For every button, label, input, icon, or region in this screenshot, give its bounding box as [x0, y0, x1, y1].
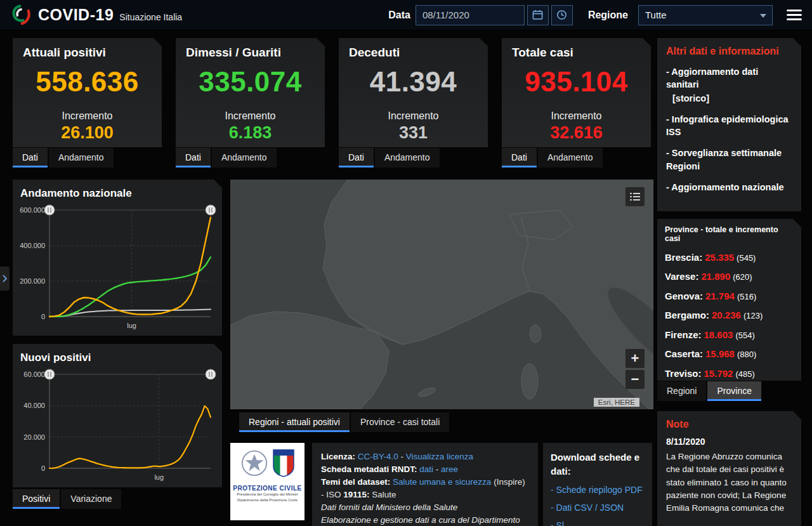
tab-andamento[interactable]: Andamento: [49, 148, 114, 168]
calendar-button[interactable]: [527, 5, 549, 25]
tab-andamento[interactable]: Andamento: [212, 148, 277, 168]
map-canvas[interactable]: + − Esri, HERE: [230, 180, 653, 409]
zoom-in-button[interactable]: +: [625, 349, 645, 368]
tab-province[interactable]: Province: [707, 381, 761, 401]
menu-button[interactable]: [787, 7, 802, 23]
protezione-civile-logo-icon: [10, 4, 32, 26]
tab-variazione[interactable]: Variazione: [61, 489, 121, 509]
card-value: 558.636: [23, 66, 152, 98]
dati-link[interactable]: dati: [419, 464, 433, 474]
altri-dati-panel: Altri dati e informazioni - Aggiornament…: [657, 38, 801, 211]
increment-label: Incremento: [349, 110, 478, 122]
tab-dati[interactable]: Dati: [176, 148, 211, 168]
province-row[interactable]: Varese:21.890(620): [665, 271, 794, 282]
salute-umana-link[interactable]: Salute umana e sicurezza: [393, 477, 491, 487]
cc-by-link[interactable]: CC-BY-4.0: [358, 452, 398, 461]
zoom-out-button[interactable]: −: [625, 370, 645, 389]
nuovi-positivi-chart[interactable]: 60.00040.00020.0000lug: [13, 365, 222, 487]
date-input[interactable]: [416, 5, 525, 25]
card-value: 335.074: [186, 66, 315, 98]
svg-text:400.000: 400.000: [20, 242, 45, 249]
province-row[interactable]: Firenze:18.603(554): [665, 329, 794, 340]
note-panel: Note 8/11/2020 La Regione Abruzzo comuni…: [657, 411, 801, 526]
province-row[interactable]: Caserta:15.968(880): [665, 348, 794, 359]
logo-subtitle-1: Presidenza del Consiglio dei Ministri: [230, 492, 304, 497]
increment-value: 6.183: [186, 123, 315, 143]
tab-regioni-attuali-positivi[interactable]: Regioni - attuali positivi: [239, 412, 350, 432]
page-subtitle: Situazione Italia: [119, 12, 182, 22]
note-title: Note: [666, 419, 792, 430]
svg-text:200.000: 200.000: [20, 277, 45, 285]
tab-dati[interactable]: Dati: [13, 148, 48, 168]
region-select[interactable]: Tutte: [638, 5, 773, 25]
stat-card-dimessi-guariti: Dimessi / Guariti 335.074 Incremento 6.1…: [176, 38, 325, 168]
data-source-line: Dati forniti dal Ministero della Salute: [321, 501, 529, 514]
time-button[interactable]: [551, 5, 573, 25]
svg-text:lug: lug: [154, 473, 164, 481]
visualizza-licenza-link[interactable]: Visualizza licenza: [406, 452, 473, 461]
tab-regioni[interactable]: Regioni: [657, 381, 706, 401]
card-title: Attuali positivi: [23, 46, 152, 60]
andamento-nazionale-panel: Andamento nazionale 600.000400.000200.00…: [13, 180, 222, 336]
card-value: 41.394: [349, 66, 478, 98]
nuovi-positivi-panel: Nuovi positivi 60.00040.00020.0000lug: [13, 344, 222, 487]
province-row[interactable]: Brescia:25.335(545): [665, 252, 794, 263]
map-land-shapes: [230, 180, 653, 409]
increment-value: 32.616: [512, 123, 641, 143]
tab-positivi[interactable]: Positivi: [13, 489, 60, 509]
aree-link[interactable]: aree: [441, 464, 458, 474]
card-title: Dimessi / Guariti: [186, 46, 315, 60]
download-extra-link[interactable]: - Sl: [551, 519, 645, 526]
tab-dati[interactable]: Dati: [502, 148, 537, 168]
chart-title: Andamento nazionale: [13, 185, 222, 201]
data-management-line: Elaborazione e gestione dati a cura del …: [321, 514, 529, 526]
map-legend-button[interactable]: [625, 187, 645, 206]
link-sorveglianza-regioni[interactable]: - Sorveglianza settimanale Regioni: [666, 147, 792, 173]
link-aggiornamento-nazionale[interactable]: - Aggiornamento nazionale: [666, 181, 792, 194]
increment-label: Incremento: [23, 110, 152, 122]
link-storico[interactable]: [storico]: [666, 92, 792, 105]
dataset-theme-line: Temi del dataset: Salute umana e sicurez…: [321, 476, 529, 501]
stat-cards-row: Attuali positivi 558.636 Incremento 26.1…: [13, 38, 651, 168]
altri-dati-title: Altri dati e informazioni: [666, 46, 792, 57]
link-infografica-iss[interactable]: - Infografica epidemiologica ISS: [666, 113, 792, 139]
increment-value: 331: [349, 123, 478, 143]
tab-province-casi-totali[interactable]: Province - casi totali: [351, 412, 449, 432]
schede-riepilogo-pdf-link[interactable]: - Schede riepilogo PDF: [551, 483, 645, 496]
province-row[interactable]: Bergamo:20.236(123): [665, 310, 794, 320]
svg-text:60.000: 60.000: [23, 371, 45, 378]
protezione-civile-shield-icon: [272, 449, 295, 480]
tab-andamento[interactable]: Andamento: [375, 148, 440, 168]
tab-andamento[interactable]: Andamento: [538, 148, 603, 168]
svg-text:600.000: 600.000: [20, 206, 45, 214]
andamento-nazionale-chart[interactable]: 600.000400.000200.0000lug: [13, 201, 222, 336]
svg-text:20.000: 20.000: [23, 433, 45, 441]
province-panel-title: Province - totale e incremento casi: [665, 225, 794, 243]
note-date: 8/11/2020: [666, 437, 792, 447]
card-value: 935.104: [512, 66, 641, 98]
note-text: La Regione Abruzzo comunica che dal tota…: [666, 450, 792, 515]
card-title: Deceduti: [349, 46, 478, 60]
region-label: Regione: [588, 10, 628, 21]
page-title: COVID-19: [38, 6, 114, 24]
license-panel: Licenza: CC-BY-4.0 - Visualizza licenza …: [312, 443, 538, 526]
province-row[interactable]: Treviso:15.792(485): [665, 368, 794, 379]
region-select-value: Tutte: [645, 10, 667, 20]
logo-title: PROTEZIONE CIVILE: [230, 485, 304, 492]
logo-subtitle-2: Dipartimento della Protezione Civile: [230, 497, 304, 503]
increment-label: Incremento: [186, 110, 315, 122]
download-panel: Download schede e dati: - Schede riepilo…: [543, 443, 652, 526]
collapse-panel-arrow[interactable]: [0, 266, 10, 291]
dati-csv-json-link[interactable]: - Dati CSV / JSON: [551, 501, 645, 514]
tab-dati[interactable]: Dati: [339, 148, 374, 168]
app-header: COVID-19 Situazione Italia Data Regione …: [0, 0, 812, 30]
stat-card-deceduti: Deceduti 41.394 Incremento 331 Dati Anda…: [339, 38, 488, 168]
increment-label: Incremento: [512, 110, 641, 122]
date-label: Data: [388, 10, 410, 21]
stat-card-attuali-positivi: Attuali positivi 558.636 Incremento 26.1…: [13, 38, 162, 168]
chevron-down-icon: [760, 14, 766, 18]
link-aggiornamento-dati-sanitari[interactable]: - Aggiornamento dati sanitari: [666, 65, 792, 91]
map-attribution: Esri, HERE: [594, 398, 639, 407]
card-title: Totale casi: [512, 46, 641, 60]
province-row[interactable]: Genova:21.794(516): [665, 291, 794, 301]
